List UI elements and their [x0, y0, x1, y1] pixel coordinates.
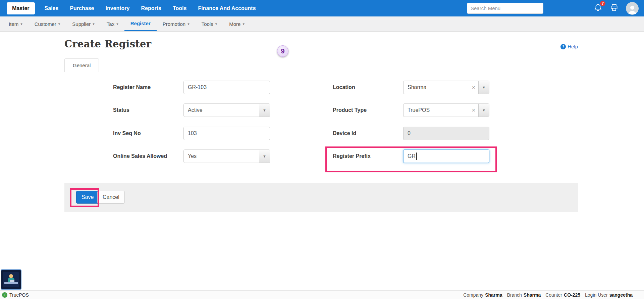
subnav-label: Register [130, 20, 151, 26]
tab-general[interactable]: General [64, 58, 99, 72]
caret-down-icon: ▼ [263, 108, 266, 112]
field-label-device-id: Device Id [333, 127, 356, 140]
person-icon [627, 3, 638, 15]
field-label-register-prefix: Register Prefix [333, 150, 371, 163]
form-footer-band [64, 183, 578, 212]
step-annotation-badge: 9 [277, 45, 288, 57]
statusbar-counter: Counter CO-225 [545, 292, 580, 298]
chevron-down-icon: ▾ [243, 22, 245, 26]
text-cursor [416, 153, 417, 160]
subnav-label: Promotion [163, 21, 185, 27]
chevron-down-icon: ▾ [116, 22, 118, 26]
nav-sales[interactable]: Sales [39, 0, 64, 16]
clear-icon[interactable]: × [472, 104, 475, 117]
notifications-button[interactable]: 7 [594, 3, 602, 13]
login-user-value: sangeetha [609, 292, 633, 298]
subnav-item-item[interactable]: Item ▾ [3, 16, 29, 31]
form-row: Inv Seq No Device Id [0, 127, 644, 140]
cancel-button[interactable]: Cancel [97, 191, 125, 204]
nav-inventory[interactable]: Inventory [100, 0, 135, 16]
help-link[interactable]: ? Help [560, 44, 578, 49]
field-label-online-sales-allowed: Online Sales Allowed [113, 150, 167, 163]
online-sales-allowed-select[interactable]: Yes ▼ [183, 150, 270, 163]
help-icon: ? [560, 44, 566, 49]
status-value: Active [188, 104, 203, 117]
online-sales-allowed-value: Yes [188, 150, 197, 163]
caret-down-icon: ▼ [482, 85, 486, 89]
save-button[interactable]: Save [76, 191, 99, 204]
register-name-input[interactable] [183, 81, 270, 94]
main-menu: Sales Purchase Inventory Reports Tools F… [39, 0, 262, 16]
notification-count-badge: 7 [600, 1, 605, 6]
subnav-label: Tax [107, 21, 114, 27]
nav-reports[interactable]: Reports [135, 0, 167, 16]
printer-icon [610, 3, 619, 13]
module-sub-navigation: Item ▾ Customer ▾ Supplier ▾ Tax ▾ Regis… [0, 16, 644, 32]
product-type-value: TruePOS [408, 104, 430, 117]
thumbnail-image [3, 272, 19, 287]
field-label-location: Location [333, 81, 355, 94]
chevron-down-icon: ▾ [20, 22, 22, 26]
status-bar: ✓ TruePOS Company Sharma Branch Sharma C… [0, 290, 644, 299]
subnav-label: More [229, 21, 240, 27]
page-title: Create Register [64, 38, 151, 50]
statusbar-branch: Branch Sharma [507, 292, 541, 298]
field-label-status: Status [113, 103, 129, 117]
field-label-register-name: Register Name [113, 81, 151, 94]
company-label: Company [463, 292, 483, 298]
dropdown-button[interactable]: ▼ [478, 104, 489, 117]
subnav-label: Tools [202, 21, 213, 27]
user-avatar[interactable] [626, 2, 639, 15]
product-type-combobox[interactable]: TruePOS × ▼ [403, 103, 489, 117]
dropdown-button[interactable]: ▼ [478, 81, 489, 94]
statusbar-company: Company Sharma [463, 292, 502, 298]
check-icon: ✓ [2, 292, 7, 298]
nav-tools[interactable]: Tools [167, 0, 192, 16]
subnav-item-customer[interactable]: Customer ▾ [29, 16, 66, 31]
statusbar-app: ✓ TruePOS [2, 292, 29, 298]
subnav-item-promotion[interactable]: Promotion ▾ [157, 16, 196, 31]
nav-purchase[interactable]: Purchase [64, 0, 100, 16]
counter-value: CO-225 [564, 292, 580, 298]
dropdown-button[interactable]: ▼ [259, 150, 270, 163]
branch-value: Sharma [524, 292, 541, 298]
branch-label: Branch [507, 292, 522, 298]
nav-finance-and-accounts[interactable]: Finance And Accounts [192, 0, 261, 16]
print-button[interactable] [610, 3, 619, 13]
dropdown-button[interactable]: ▼ [259, 104, 270, 117]
field-label-product-type: Product Type [333, 103, 367, 117]
company-value: Sharma [485, 292, 502, 298]
caret-down-icon: ▼ [482, 108, 486, 112]
master-menu-button[interactable]: Master [7, 2, 35, 14]
chevron-down-icon: ▾ [93, 22, 95, 26]
subnav-item-supplier[interactable]: Supplier ▾ [66, 16, 101, 31]
field-label-inv-seq-no: Inv Seq No [113, 127, 141, 140]
subnav-item-more[interactable]: More ▾ [223, 16, 251, 31]
inv-seq-no-input[interactable] [183, 127, 270, 140]
topnav-right-cluster: 7 [467, 2, 644, 15]
subnav-item-tax[interactable]: Tax ▾ [101, 16, 124, 31]
search-menu-input[interactable] [467, 3, 543, 14]
statusbar-session-info: Company Sharma Branch Sharma Counter CO-… [463, 292, 633, 298]
taskbar-preview-thumbnail[interactable] [1, 269, 21, 290]
caret-down-icon: ▼ [263, 154, 266, 158]
tab-bar: General [64, 59, 578, 72]
subnav-label: Item [9, 21, 18, 27]
device-id-input [403, 127, 489, 140]
chevron-down-icon: ▾ [187, 22, 190, 26]
location-value: Sharma [408, 81, 426, 94]
location-combobox[interactable]: Sharma × ▼ [403, 81, 489, 94]
subnav-label: Customer [35, 21, 56, 27]
subnav-item-register[interactable]: Register [124, 16, 157, 31]
counter-label: Counter [545, 292, 562, 298]
status-select[interactable]: Active ▼ [183, 103, 270, 117]
chevron-down-icon: ▾ [215, 22, 217, 26]
top-navigation-bar: Master Sales Purchase Inventory Reports … [0, 0, 644, 16]
clear-icon[interactable]: × [472, 81, 475, 94]
form-row: Online Sales Allowed Yes ▼ Register Pref… [0, 150, 644, 163]
form-row: Status Active ▼ Product Type TruePOS × ▼ [0, 103, 644, 117]
statusbar-login-user: Login User sangeetha [585, 292, 633, 298]
subnav-item-tools[interactable]: Tools ▾ [196, 16, 223, 31]
login-user-label: Login User [585, 292, 608, 298]
subnav-label: Supplier [72, 21, 91, 27]
